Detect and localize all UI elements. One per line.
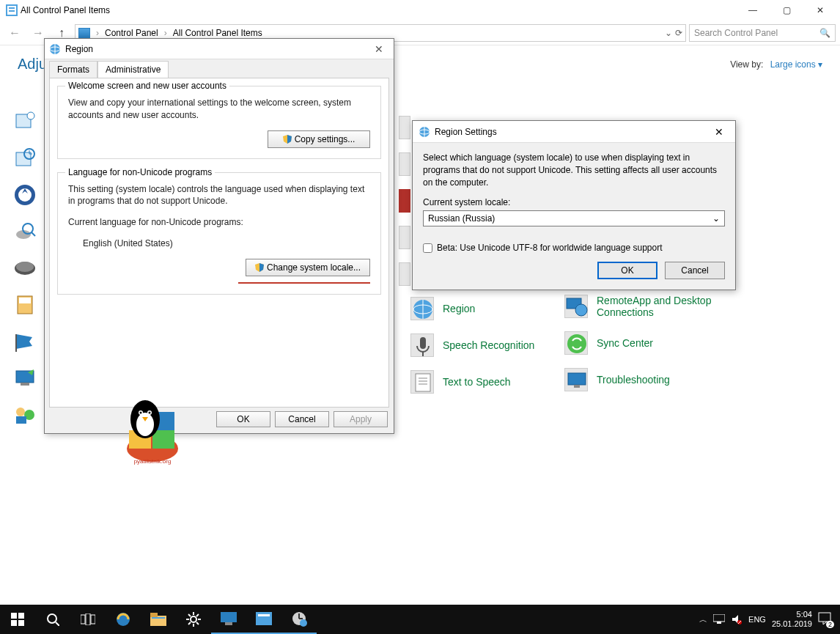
svg-rect-37 [568, 373, 586, 385]
shield-icon [283, 135, 292, 144]
svg-rect-68 [152, 617, 165, 619]
cp-item-icon[interactable] [13, 147, 37, 170]
settings-button[interactable] [176, 605, 211, 634]
svg-rect-18 [19, 298, 31, 303]
search-button[interactable] [35, 605, 70, 634]
close-button[interactable]: ✕ [709, 126, 729, 138]
start-button[interactable] [0, 605, 35, 634]
cp-item-icon[interactable] [13, 110, 37, 133]
back-button[interactable]: ← [4, 23, 25, 43]
tray-date: 25.01.2019 [772, 619, 812, 629]
chevron-down-icon: ⌄ [712, 213, 720, 224]
ok-button[interactable]: OK [216, 411, 270, 427]
minimize-button[interactable]: — [736, 0, 770, 21]
svg-point-50 [140, 412, 142, 414]
ok-button[interactable]: OK [597, 262, 657, 279]
tabs: Formats Administrative [49, 61, 389, 78]
cp-item-icon[interactable] [13, 257, 37, 280]
svg-point-35 [575, 304, 587, 316]
cp-item-icon[interactable] [13, 183, 37, 207]
region-settings-titlebar: Region Settings ✕ [413, 121, 735, 143]
locale-select[interactable]: Russian (Russia) ⌄ [423, 210, 725, 226]
close-button[interactable]: ✕ [803, 0, 837, 21]
cp-item-text-to-speech[interactable]: Text to Speech [410, 370, 534, 394]
tab-administrative[interactable]: Administrative [97, 61, 169, 78]
current-lang-value: English (United States) [68, 237, 370, 250]
svg-rect-67 [150, 613, 158, 617]
svg-rect-24 [16, 416, 26, 424]
cancel-button[interactable]: Cancel [665, 262, 725, 279]
dropdown-icon[interactable]: ⌄ [665, 28, 672, 38]
breadcrumb-root[interactable]: Control Panel [105, 28, 158, 38]
control-panel-icon [6, 4, 18, 16]
cp-item-icon[interactable] [13, 366, 37, 390]
svg-point-69 [191, 616, 196, 622]
beta-utf8-checkbox[interactable]: Beta: Use Unicode UTF-8 for worldwide la… [423, 243, 725, 253]
refresh-icon[interactable]: ⟳ [675, 28, 682, 38]
svg-line-61 [56, 622, 59, 626]
cp-item-icon[interactable] [13, 293, 37, 317]
svg-point-36 [567, 334, 586, 353]
explorer-button[interactable] [141, 605, 176, 634]
view-by-dropdown[interactable]: Large icons ▾ [770, 59, 822, 70]
svg-rect-80 [256, 612, 272, 625]
svg-rect-63 [86, 613, 90, 625]
svg-rect-64 [91, 615, 95, 624]
current-lang-label: Current language for non-Unicode program… [68, 216, 370, 229]
non-unicode-group: Language for non-Unicode programs This s… [57, 172, 381, 295]
annotation-underline [238, 282, 370, 284]
chevron-right-icon: › [96, 28, 99, 38]
locale-label: Current system locale: [423, 197, 725, 207]
apply-button[interactable]: Apply [334, 411, 388, 427]
cp-item-icon [399, 262, 410, 286]
group-desc: This setting (system locale) controls th… [68, 183, 370, 208]
cp-item-icon[interactable] [13, 330, 37, 353]
taskbar-app-2[interactable] [246, 605, 281, 634]
taskbar-app-1[interactable] [211, 605, 246, 634]
svg-rect-38 [574, 385, 580, 388]
copy-settings-button[interactable]: Copy settings... [268, 130, 370, 148]
group-legend: Welcome screen and new user accounts [65, 81, 229, 91]
checkbox-input[interactable] [423, 243, 432, 253]
svg-line-74 [188, 614, 191, 616]
tray-notifications-icon[interactable]: 2 [818, 612, 833, 627]
svg-rect-58 [11, 620, 17, 626]
ie-button[interactable] [106, 605, 141, 634]
cp-item-icon [399, 152, 410, 176]
svg-line-14 [32, 232, 35, 236]
cp-item-icon [399, 116, 410, 139]
svg-point-60 [48, 614, 56, 623]
cp-item-region[interactable]: Region [410, 297, 534, 320]
tray-time: 5:04 [772, 610, 812, 619]
tray-volume-icon[interactable] [731, 614, 743, 624]
cp-item-speech-recognition[interactable]: Speech Recognition [410, 333, 534, 357]
window-title: All Control Panel Items [21, 5, 110, 15]
tray-monitor-icon[interactable] [713, 614, 725, 624]
taskbar-app-3[interactable] [281, 605, 317, 634]
cp-item-troubleshooting[interactable]: Troubleshooting [564, 368, 729, 391]
cancel-button[interactable]: Cancel [275, 411, 329, 427]
change-system-locale-button[interactable]: Change system locale... [246, 259, 370, 276]
address-bar-buttons: ⌄⟳ [665, 28, 682, 38]
search-input[interactable]: Search Control Panel 🔍 [689, 24, 836, 42]
task-view-button[interactable] [70, 605, 106, 634]
cp-item-sync-center[interactable]: Sync Center [564, 331, 729, 355]
globe-icon [49, 43, 61, 55]
svg-rect-81 [258, 614, 270, 616]
svg-point-85 [300, 619, 307, 627]
troubleshooting-icon [564, 368, 588, 391]
locale-value: Russian (Russia) [428, 213, 495, 224]
tab-formats[interactable]: Formats [49, 61, 97, 78]
tray-language[interactable]: ENG [748, 615, 766, 624]
close-button[interactable]: ✕ [369, 43, 389, 55]
region-settings-title: Region Settings [435, 127, 497, 137]
cp-item-remoteapp[interactable]: RemoteApp and Desktop Connections [564, 295, 729, 318]
breadcrumb-current[interactable]: All Control Panel Items [173, 28, 262, 38]
tray-clock[interactable]: 5:04 25.01.2019 [772, 610, 812, 629]
maximize-button[interactable]: ▢ [770, 0, 803, 21]
cp-item-icon[interactable] [13, 220, 37, 243]
tray-chevron-up-icon[interactable]: ︿ [699, 614, 707, 625]
chevron-right-icon: › [164, 28, 167, 38]
cp-item-icon [399, 189, 410, 213]
cp-item-icon[interactable] [13, 403, 37, 427]
